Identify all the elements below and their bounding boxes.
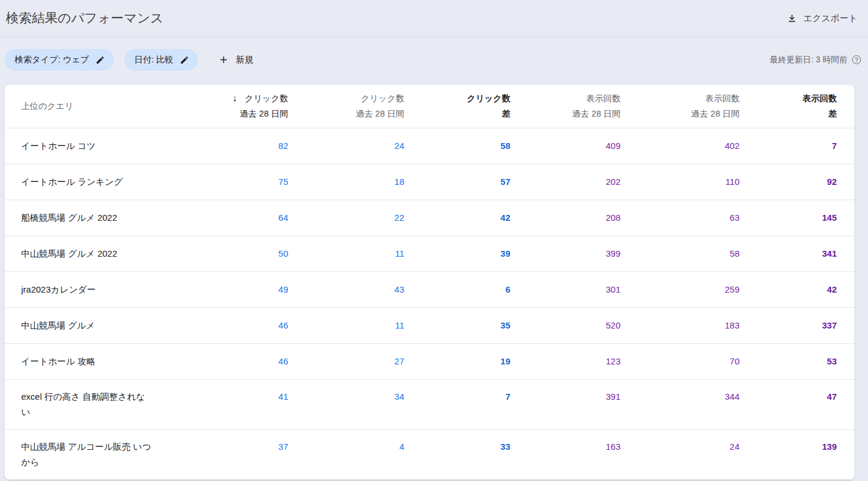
table-body: イートホール コツ8224584094027イートホール ランキング751857… — [5, 128, 854, 480]
metric-cell-impressions: 123 — [510, 344, 621, 380]
metric-cell-clicks: 27 — [288, 344, 404, 380]
query-column-header[interactable]: 上位のクエリ — [5, 85, 200, 128]
column-subtitle: 差 — [740, 106, 837, 121]
column-subtitle: 過去 28 日間 — [288, 106, 404, 121]
metric-cell-impressions: 208 — [510, 200, 621, 236]
query-cell[interactable]: excel 行の高さ 自動調整されな い — [5, 380, 200, 430]
metric-cell-impressions-diff: 337 — [740, 308, 854, 344]
table-row: excel 行の高さ 自動調整されな い4134739134447 — [5, 380, 854, 430]
metric-cell-impressions: 402 — [621, 128, 740, 164]
title-bar: 検索結果のパフォーマンス エクスポート — [0, 0, 868, 37]
column-title: クリック数 — [361, 94, 404, 103]
table-row: イートホール コツ8224584094027 — [5, 128, 854, 164]
plus-icon — [218, 54, 229, 65]
chip-label: 検索タイプ: ウェブ — [15, 54, 89, 65]
table-header-row: 上位のクエリ ↓クリック数過去 28 日間クリック数過去 28 日間クリック数差… — [5, 85, 854, 128]
table-row: 中山競馬場 グルメ 202250113939958341 — [5, 236, 854, 272]
query-cell[interactable]: 中山競馬場 グルメ 2022 — [5, 236, 200, 272]
metric-cell-impressions: 202 — [510, 164, 621, 200]
chip-label: 日付: 比較 — [134, 54, 173, 65]
metric-cell-impressions: 24 — [621, 430, 740, 480]
metric-cell-clicks: 82 — [200, 128, 288, 164]
last-updated-label: 最終更新日: 3 時間前 — [770, 55, 847, 65]
metric-cell-impressions-diff: 47 — [740, 380, 854, 430]
metric-cell-clicks-diff: 35 — [404, 308, 510, 344]
last-updated: 最終更新日: 3 時間前 — [770, 55, 861, 65]
filter-chip-date-compare[interactable]: 日付: 比較 — [124, 49, 198, 71]
edit-pencil-icon[interactable] — [95, 55, 105, 65]
metric-cell-clicks: 64 — [200, 200, 288, 236]
metric-cell-clicks-diff: 39 — [404, 236, 510, 272]
column-header-impressions-4[interactable]: 表示回数過去 28 日間 — [510, 85, 621, 128]
column-title: クリック数 — [467, 94, 510, 103]
metric-cell-impressions: 409 — [510, 128, 621, 164]
query-cell[interactable]: 船橋競馬場 グルメ 2022 — [5, 200, 200, 236]
column-title: 表示回数 — [803, 94, 837, 103]
queries-table: 上位のクエリ ↓クリック数過去 28 日間クリック数過去 28 日間クリック数差… — [5, 85, 854, 480]
query-cell[interactable]: イートホール 攻略 — [5, 344, 200, 380]
metric-cell-impressions-diff: 53 — [740, 344, 854, 380]
metric-cell-impressions: 301 — [510, 272, 621, 308]
metric-cell-clicks: 11 — [288, 308, 404, 344]
metric-cell-impressions-diff: 341 — [740, 236, 854, 272]
export-label: エクスポート — [803, 13, 857, 24]
new-filter-label: 新規 — [236, 54, 253, 65]
column-title: 表示回数 — [586, 94, 621, 103]
metric-cell-clicks: 75 — [200, 164, 288, 200]
page-title: 検索結果のパフォーマンス — [6, 9, 164, 27]
metric-cell-clicks: 43 — [288, 272, 404, 308]
column-subtitle: 過去 28 日間 — [621, 106, 740, 121]
metric-cell-impressions-diff: 145 — [740, 200, 854, 236]
metric-cell-impressions: 399 — [510, 236, 621, 272]
metric-cell-clicks: 46 — [200, 308, 288, 344]
metric-cell-clicks: 41 — [200, 380, 288, 430]
column-header-clicks-diff[interactable]: クリック数差 — [404, 85, 510, 128]
metric-cell-impressions: 163 — [510, 430, 621, 480]
metric-cell-clicks-diff: 42 — [404, 200, 510, 236]
search-performance-page: 検索結果のパフォーマンス エクスポート 検索タイプ: ウェブ — [0, 0, 868, 481]
metric-cell-impressions-diff: 7 — [740, 128, 854, 164]
download-icon — [787, 13, 797, 24]
filter-bar: 検索タイプ: ウェブ 日付: 比較 — [0, 37, 868, 85]
metric-cell-clicks: 18 — [288, 164, 404, 200]
column-title: 表示回数 — [705, 94, 740, 103]
metric-cell-clicks: 46 — [200, 344, 288, 380]
column-header-clicks-1[interactable]: ↓クリック数過去 28 日間 — [200, 85, 288, 128]
metric-cell-clicks: 49 — [200, 272, 288, 308]
table-row: jra2023カレンダー4943630125942 — [5, 272, 854, 308]
metric-cell-clicks: 24 — [288, 128, 404, 164]
metric-cell-clicks: 37 — [200, 430, 288, 480]
column-header-impressions-5[interactable]: 表示回数過去 28 日間 — [621, 85, 740, 128]
column-subtitle: 過去 28 日間 — [200, 106, 288, 121]
metric-cell-clicks-diff: 33 — [404, 430, 510, 480]
metric-cell-impressions: 344 — [621, 380, 740, 430]
column-header-impressions-diff[interactable]: 表示回数差 — [740, 85, 854, 128]
metric-cell-impressions-diff: 92 — [740, 164, 854, 200]
export-button[interactable]: エクスポート — [784, 9, 860, 28]
metric-cell-clicks: 4 — [288, 430, 404, 480]
table-row: 船橋競馬場 グルメ 202264224220863145 — [5, 200, 854, 236]
metric-cell-impressions-diff: 42 — [740, 272, 854, 308]
query-cell[interactable]: イートホール ランキング — [5, 164, 200, 200]
new-filter-button[interactable]: 新規 — [213, 51, 258, 69]
filter-chips: 検索タイプ: ウェブ 日付: 比較 — [5, 49, 258, 71]
metric-cell-clicks: 22 — [288, 200, 404, 236]
query-cell[interactable]: 中山競馬場 アルコール販売 いつ から — [5, 430, 200, 480]
query-cell[interactable]: 中山競馬場 グルメ — [5, 308, 200, 344]
filter-chip-search-type[interactable]: 検索タイプ: ウェブ — [5, 49, 114, 71]
metric-cell-impressions: 183 — [621, 308, 740, 344]
query-cell[interactable]: イートホール コツ — [5, 128, 200, 164]
edit-pencil-icon[interactable] — [180, 55, 189, 65]
metric-cell-clicks-diff: 7 — [404, 380, 510, 430]
metric-cell-clicks: 50 — [200, 236, 288, 272]
metric-cell-impressions: 63 — [621, 200, 740, 236]
metric-cell-impressions: 259 — [621, 272, 740, 308]
help-circle-icon[interactable] — [852, 55, 861, 64]
column-subtitle: 過去 28 日間 — [510, 106, 621, 121]
metric-cell-clicks-diff: 6 — [404, 272, 510, 308]
query-cell[interactable]: jra2023カレンダー — [5, 272, 200, 308]
table-row: 中山競馬場 グルメ461135520183337 — [5, 308, 854, 344]
metric-cell-impressions: 70 — [621, 344, 740, 380]
metric-cell-impressions: 520 — [510, 308, 621, 344]
column-header-clicks-2[interactable]: クリック数過去 28 日間 — [288, 85, 404, 128]
